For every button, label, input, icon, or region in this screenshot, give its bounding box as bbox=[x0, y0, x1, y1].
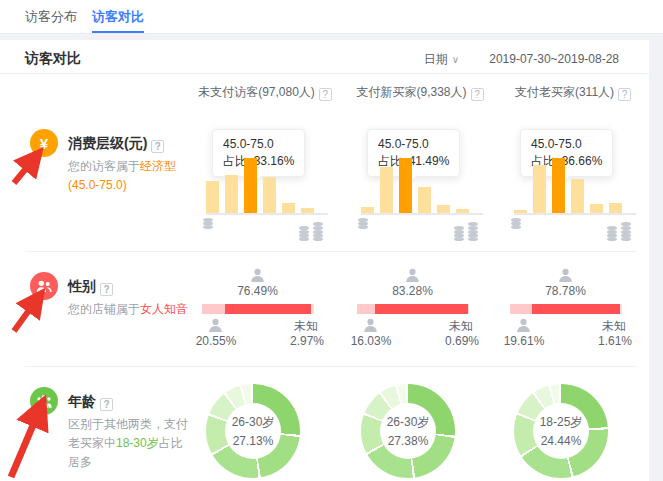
age-donut-chart[interactable]: 18-25岁 24.44% bbox=[514, 384, 608, 478]
visitor-compare-page: 访客分布 访客对比 访客对比 日期∨ 2019-07-30~2019-08-28… bbox=[0, 0, 663, 481]
age-donut-chart[interactable]: 26-30岁 27.38% bbox=[361, 384, 455, 478]
consumption-chart-returning-buyers: 45.0-75.0 占比: 36.66% bbox=[498, 121, 650, 251]
coin-stack-small-icon bbox=[357, 215, 369, 233]
male-percent: 20.55% bbox=[192, 334, 240, 348]
male-percent: 19.61% bbox=[500, 334, 548, 348]
row-desc-consumption: 您的访客属于经济型(45.0-75.0) bbox=[68, 157, 190, 195]
donut-top-segment-value: 27.13% bbox=[233, 434, 274, 448]
age-chart-unpaid: 26-30岁 27.13% bbox=[190, 381, 342, 481]
female-percent: 83.28% bbox=[345, 284, 480, 298]
unknown-label: 未知 bbox=[602, 318, 626, 335]
female-percent: 78.78% bbox=[498, 284, 633, 298]
date-range-value[interactable]: 2019-07-30~2019-08-28 bbox=[489, 52, 619, 66]
coin-stack-large-icon bbox=[453, 221, 479, 241]
male-percent: 16.03% bbox=[347, 334, 395, 348]
help-icon[interactable]: ? bbox=[471, 88, 484, 101]
unknown-label: 未知 bbox=[294, 318, 318, 335]
help-icon[interactable]: ? bbox=[319, 88, 332, 101]
donut-center: 26-30岁 27.38% bbox=[380, 403, 436, 459]
yen-icon: ¥ bbox=[30, 129, 58, 157]
age-chart-new-buyers: 26-30岁 27.38% bbox=[345, 381, 497, 481]
row-desc-gender: 您的店铺属于女人知音 bbox=[68, 300, 190, 319]
age-chart-returning-buyers: 18-25岁 24.44% bbox=[498, 381, 650, 481]
gender-stacked-bar[interactable] bbox=[510, 304, 622, 314]
row-divider bbox=[25, 366, 637, 367]
female-percent: 76.49% bbox=[190, 284, 325, 298]
donut-center: 26-30岁 27.13% bbox=[225, 403, 281, 459]
row-divider bbox=[25, 251, 637, 252]
help-icon[interactable]: ? bbox=[100, 398, 113, 411]
date-dropdown[interactable]: 日期∨ bbox=[424, 51, 459, 68]
date-dropdown-label: 日期 bbox=[424, 52, 448, 66]
chevron-down-icon: ∨ bbox=[452, 54, 459, 65]
donut-top-segment-value: 24.44% bbox=[541, 434, 582, 448]
visitor-compare-panel: 访客对比 日期∨ 2019-07-30~2019-08-28 未支付访客(97,… bbox=[0, 40, 649, 481]
column-header-returning-buyers: 支付老买家(311人)? bbox=[498, 84, 648, 101]
page-title: 访客对比 bbox=[25, 50, 81, 68]
tab-visitor-distribution[interactable]: 访客分布 bbox=[25, 0, 77, 33]
age-donut-chart[interactable]: 26-30岁 27.13% bbox=[206, 384, 300, 478]
gender-stacked-bar[interactable] bbox=[202, 304, 314, 314]
help-icon[interactable]: ? bbox=[151, 140, 164, 153]
gender-chart-unpaid: 76.49% 20.55% 未知 2.97% bbox=[190, 266, 342, 356]
consumption-chart-unpaid: 45.0-75.0 占比: 33.16% bbox=[190, 121, 342, 251]
row-title-consumption: 消费层级(元)? bbox=[68, 135, 164, 153]
coin-stack-small-icon bbox=[202, 215, 214, 233]
row-title-age: 年龄? bbox=[68, 393, 113, 411]
donut-top-segment-label: 26-30岁 bbox=[232, 414, 275, 431]
row-desc-age: 区别于其他两类，支付老买家中18-30岁占比居多 bbox=[68, 415, 190, 472]
consumption-bar-chart[interactable] bbox=[514, 158, 636, 215]
unknown-percent: 1.61% bbox=[598, 334, 632, 348]
row-title-gender: 性别? bbox=[68, 278, 113, 296]
column-header-new-buyers: 支付新买家(9,338人)? bbox=[345, 84, 495, 101]
gender-stacked-bar[interactable] bbox=[357, 304, 469, 314]
gender-highlight: 女人知音 bbox=[140, 302, 188, 316]
gender-chart-returning-buyers: 78.78% 19.61% 未知 1.61% bbox=[498, 266, 650, 356]
age-highlight: 18-30岁 bbox=[116, 436, 159, 450]
coin-stack-small-icon bbox=[510, 215, 522, 233]
unknown-percent: 0.69% bbox=[445, 334, 479, 348]
donut-top-segment-label: 18-25岁 bbox=[540, 414, 583, 431]
consumption-bar-chart[interactable] bbox=[361, 158, 483, 215]
top-tab-bar: 访客分布 访客对比 bbox=[0, 0, 663, 34]
header-divider bbox=[0, 73, 649, 74]
help-icon[interactable]: ? bbox=[100, 283, 113, 296]
unknown-percent: 2.97% bbox=[290, 334, 324, 348]
coin-stack-large-icon bbox=[298, 221, 324, 241]
gender-group-icon bbox=[30, 272, 58, 300]
donut-top-segment-value: 27.38% bbox=[388, 434, 429, 448]
age-group-icon bbox=[30, 387, 58, 415]
coin-stack-large-icon bbox=[606, 221, 632, 241]
consumption-bar-chart[interactable] bbox=[206, 158, 328, 215]
donut-top-segment-label: 26-30岁 bbox=[387, 414, 430, 431]
help-icon[interactable]: ? bbox=[618, 88, 631, 101]
tab-visitor-compare[interactable]: 访客对比 bbox=[92, 0, 144, 33]
consumption-chart-new-buyers: 45.0-75.0 占比: 41.49% bbox=[345, 121, 497, 251]
gender-chart-new-buyers: 83.28% 16.03% 未知 0.69% bbox=[345, 266, 497, 356]
unknown-label: 未知 bbox=[449, 318, 473, 335]
donut-center: 18-25岁 24.44% bbox=[533, 403, 589, 459]
column-header-unpaid-visitors: 未支付访客(97,080人)? bbox=[190, 84, 340, 101]
